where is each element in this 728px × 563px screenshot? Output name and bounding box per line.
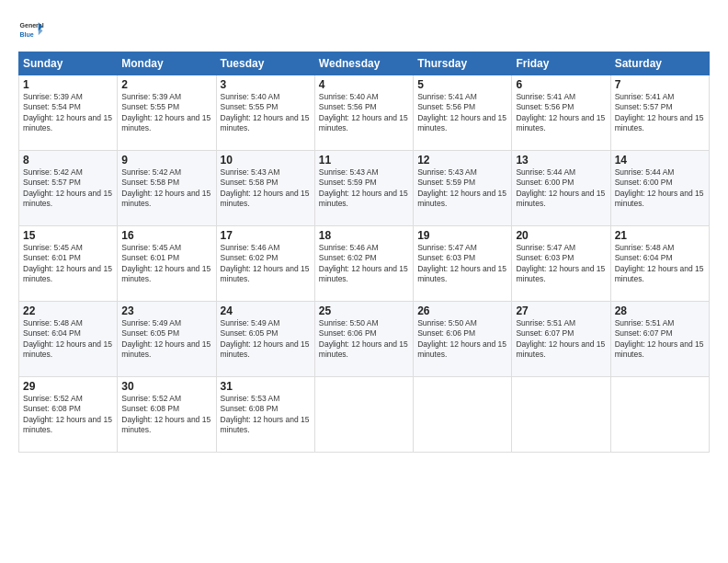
day-info: Sunrise: 5:46 AM Sunset: 6:02 PM Dayligh… [319, 243, 409, 285]
sunset-label: Sunset: 6:08 PM [221, 404, 279, 413]
day-number: 23 [121, 304, 211, 317]
daylight-label: Daylight: 12 hours and 15 minutes. [516, 264, 605, 283]
daylight-label: Daylight: 12 hours and 15 minutes. [615, 189, 704, 208]
day-number: 2 [121, 78, 211, 91]
sunset-label: Sunset: 6:08 PM [121, 404, 179, 413]
calendar-cell: 3 Sunrise: 5:40 AM Sunset: 5:55 PM Dayli… [216, 75, 314, 151]
daylight-label: Daylight: 12 hours and 15 minutes. [615, 264, 704, 283]
calendar-cell [610, 377, 709, 453]
daylight-label: Daylight: 12 hours and 15 minutes. [221, 339, 310, 359]
daylight-label: Daylight: 12 hours and 15 minutes. [516, 339, 605, 359]
day-number: 26 [417, 304, 507, 317]
calendar-cell: 27 Sunrise: 5:51 AM Sunset: 6:07 PM Dayl… [512, 302, 610, 377]
calendar-cell: 13 Sunrise: 5:44 AM Sunset: 6:00 PM Dayl… [512, 151, 610, 226]
day-number: 31 [221, 380, 311, 393]
sunrise-label: Sunrise: 5:41 AM [615, 92, 675, 101]
day-number: 10 [221, 154, 311, 167]
daylight-label: Daylight: 12 hours and 15 minutes. [23, 189, 112, 208]
day-number: 19 [417, 229, 507, 242]
day-number: 9 [121, 154, 211, 167]
header-day-wednesday: Wednesday [314, 52, 413, 75]
calendar-cell: 26 Sunrise: 5:50 AM Sunset: 6:06 PM Dayl… [414, 302, 512, 377]
day-info: Sunrise: 5:42 AM Sunset: 5:58 PM Dayligh… [121, 167, 211, 210]
day-info: Sunrise: 5:39 AM Sunset: 5:54 PM Dayligh… [23, 92, 113, 134]
calendar-cell: 14 Sunrise: 5:44 AM Sunset: 6:00 PM Dayl… [610, 151, 709, 226]
sunset-label: Sunset: 6:00 PM [615, 178, 673, 187]
sunset-label: Sunset: 6:02 PM [221, 253, 279, 262]
daylight-label: Daylight: 12 hours and 15 minutes. [121, 264, 210, 283]
sunrise-label: Sunrise: 5:51 AM [615, 318, 675, 327]
day-info: Sunrise: 5:53 AM Sunset: 6:08 PM Dayligh… [221, 394, 311, 436]
sunrise-label: Sunrise: 5:44 AM [516, 167, 575, 177]
sunrise-label: Sunrise: 5:45 AM [121, 243, 181, 252]
calendar-cell: 4 Sunrise: 5:40 AM Sunset: 5:56 PM Dayli… [314, 75, 413, 151]
day-info: Sunrise: 5:41 AM Sunset: 5:57 PM Dayligh… [615, 92, 705, 134]
calendar-cell: 1 Sunrise: 5:39 AM Sunset: 5:54 PM Dayli… [19, 75, 118, 151]
page: General Blue SundayMondayTuesdayWednesda… [0, 0, 728, 563]
day-info: Sunrise: 5:39 AM Sunset: 5:55 PM Dayligh… [121, 92, 211, 134]
day-info: Sunrise: 5:41 AM Sunset: 5:56 PM Dayligh… [417, 92, 507, 134]
sunrise-label: Sunrise: 5:42 AM [121, 167, 181, 177]
week-row-2: 8 Sunrise: 5:42 AM Sunset: 5:57 PM Dayli… [19, 151, 710, 226]
sunrise-label: Sunrise: 5:48 AM [23, 318, 83, 327]
calendar-cell: 7 Sunrise: 5:41 AM Sunset: 5:57 PM Dayli… [610, 75, 709, 151]
header-day-tuesday: Tuesday [216, 52, 314, 75]
sunset-label: Sunset: 6:05 PM [221, 328, 279, 338]
day-info: Sunrise: 5:49 AM Sunset: 6:05 PM Dayligh… [121, 318, 211, 361]
sunset-label: Sunset: 6:07 PM [516, 328, 574, 338]
sunset-label: Sunset: 6:08 PM [23, 404, 81, 413]
calendar-cell: 24 Sunrise: 5:49 AM Sunset: 6:05 PM Dayl… [216, 302, 314, 377]
day-info: Sunrise: 5:48 AM Sunset: 6:04 PM Dayligh… [23, 318, 113, 361]
sunrise-label: Sunrise: 5:44 AM [615, 167, 675, 177]
sunrise-label: Sunrise: 5:51 AM [516, 318, 575, 327]
daylight-label: Daylight: 12 hours and 15 minutes. [221, 415, 310, 434]
day-number: 14 [615, 154, 705, 167]
daylight-label: Daylight: 12 hours and 15 minutes. [121, 113, 210, 132]
logo-icon: General Blue [18, 17, 44, 42]
sunset-label: Sunset: 6:00 PM [516, 178, 574, 187]
daylight-label: Daylight: 12 hours and 15 minutes. [23, 264, 112, 283]
calendar-body: 1 Sunrise: 5:39 AM Sunset: 5:54 PM Dayli… [19, 75, 710, 453]
week-row-5: 29 Sunrise: 5:52 AM Sunset: 6:08 PM Dayl… [19, 377, 710, 453]
day-number: 30 [121, 380, 211, 393]
sunrise-label: Sunrise: 5:52 AM [23, 394, 83, 403]
calendar-cell: 31 Sunrise: 5:53 AM Sunset: 6:08 PM Dayl… [216, 377, 314, 453]
calendar-header: SundayMondayTuesdayWednesdayThursdayFrid… [19, 52, 710, 75]
day-number: 18 [319, 229, 409, 242]
calendar-cell: 18 Sunrise: 5:46 AM Sunset: 6:02 PM Dayl… [314, 226, 413, 302]
sunset-label: Sunset: 5:55 PM [221, 102, 279, 111]
daylight-label: Daylight: 12 hours and 15 minutes. [319, 189, 408, 208]
sunrise-label: Sunrise: 5:40 AM [319, 92, 379, 101]
sunrise-label: Sunrise: 5:39 AM [23, 92, 83, 101]
calendar-cell: 30 Sunrise: 5:52 AM Sunset: 6:08 PM Dayl… [118, 377, 216, 453]
day-number: 12 [417, 154, 507, 167]
daylight-label: Daylight: 12 hours and 15 minutes. [319, 264, 408, 283]
day-number: 11 [319, 154, 409, 167]
logo: General Blue [18, 17, 48, 42]
sunset-label: Sunset: 5:56 PM [516, 102, 574, 111]
sunset-label: Sunset: 6:06 PM [319, 328, 377, 338]
day-info: Sunrise: 5:49 AM Sunset: 6:05 PM Dayligh… [221, 318, 311, 361]
calendar-cell [314, 377, 413, 453]
sunset-label: Sunset: 6:04 PM [23, 328, 81, 338]
day-number: 3 [221, 78, 311, 91]
sunrise-label: Sunrise: 5:49 AM [221, 318, 280, 327]
sunset-label: Sunset: 6:03 PM [516, 253, 574, 262]
svg-text:Blue: Blue [20, 31, 34, 38]
daylight-label: Daylight: 12 hours and 15 minutes. [121, 415, 210, 434]
daylight-label: Daylight: 12 hours and 15 minutes. [121, 339, 210, 359]
day-number: 13 [516, 154, 606, 167]
sunset-label: Sunset: 6:07 PM [615, 328, 673, 338]
day-info: Sunrise: 5:44 AM Sunset: 6:00 PM Dayligh… [615, 167, 705, 210]
day-number: 29 [23, 380, 113, 393]
calendar-cell: 21 Sunrise: 5:48 AM Sunset: 6:04 PM Dayl… [610, 226, 709, 302]
daylight-label: Daylight: 12 hours and 15 minutes. [615, 339, 704, 359]
sunset-label: Sunset: 6:01 PM [121, 253, 179, 262]
daylight-label: Daylight: 12 hours and 15 minutes. [417, 264, 506, 283]
day-number: 24 [221, 304, 311, 317]
sunrise-label: Sunrise: 5:53 AM [221, 394, 280, 403]
sunrise-label: Sunrise: 5:50 AM [319, 318, 379, 327]
day-info: Sunrise: 5:45 AM Sunset: 6:01 PM Dayligh… [121, 243, 211, 285]
calendar-cell: 15 Sunrise: 5:45 AM Sunset: 6:01 PM Dayl… [19, 226, 118, 302]
day-info: Sunrise: 5:52 AM Sunset: 6:08 PM Dayligh… [121, 394, 211, 436]
